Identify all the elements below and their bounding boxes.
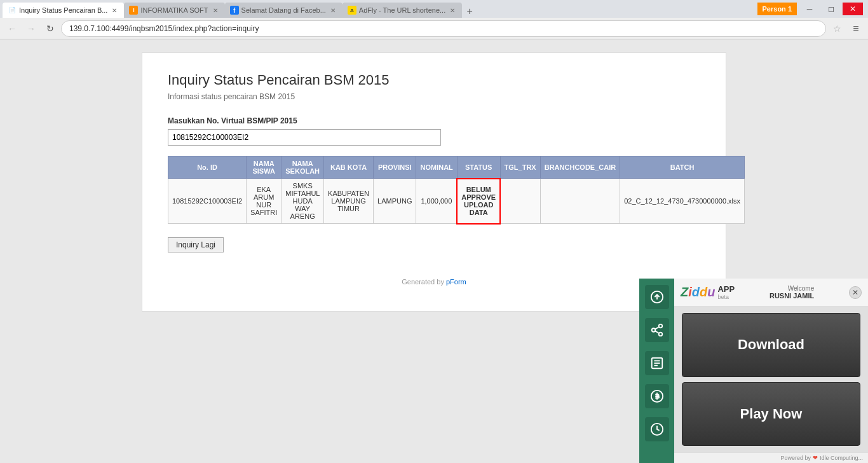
tab-2[interactable]: I INFORMATIKA SOFT ✕: [124, 3, 224, 18]
table-header-row: No. ID NAMA SISWA NAMA SEKOLAH KAB KOTA …: [168, 156, 745, 179]
tab-label-1: Inquiry Status Pencairan B...: [19, 6, 107, 14]
inquiry-lagi-button[interactable]: Inquiry Lagi: [168, 237, 224, 252]
col-nama-siswa: NAMA SISWA: [247, 156, 281, 179]
cell-batch: 02_C_12_12_4730_4730000000.xlsx: [620, 179, 745, 224]
cell-provinsi: LAMPUNG: [374, 179, 416, 224]
col-batch: BATCH: [620, 156, 745, 179]
col-branchcode: BRANCHCODE_CAIR: [540, 156, 620, 179]
svg-point-4: [658, 333, 662, 336]
virtual-bsm-input[interactable]: [168, 129, 441, 146]
ziddu-main-panel: Ziddu APP beta Welcome RUSNI JAMIL ✕: [674, 279, 868, 463]
cell-nominal: 1,000,000: [416, 179, 457, 224]
page-content: Inquiry Status Pencairan BSM 2015 Inform…: [0, 39, 868, 463]
ziddu-welcome-label: Welcome: [770, 285, 814, 292]
col-status: STATUS: [457, 156, 500, 179]
navigation-bar: ← → ↻ 139.0.7.100:4499/inqbsm2015/index.…: [0, 18, 868, 39]
address-bar[interactable]: 139.0.7.100:4499/inqbsm2015/index.php?ac…: [61, 20, 826, 37]
page-title: Inquiry Status Pencairan BSM 2015: [168, 72, 700, 88]
content-card: Inquiry Status Pencairan BSM 2015 Inform…: [142, 52, 726, 312]
data-table: No. ID NAMA SISWA NAMA SEKOLAH KAB KOTA …: [168, 156, 745, 225]
ziddu-username: RUSNI JAMIL: [770, 292, 814, 300]
download-button[interactable]: Download: [682, 313, 860, 377]
window-controls: ─ ◻ ✕: [799, 3, 865, 15]
close-button[interactable]: ✕: [843, 3, 863, 15]
cell-id: 10815292C100003EI2: [168, 179, 247, 224]
minimize-button[interactable]: ─: [799, 3, 820, 15]
ziddu-app-info: APP beta: [717, 284, 735, 300]
tab-close-3[interactable]: ✕: [329, 6, 337, 15]
cell-kab-kota: KABUPATEN LAMPUNG TIMUR: [324, 179, 374, 224]
back-button[interactable]: ←: [4, 20, 20, 37]
cell-branchcode: [540, 179, 620, 224]
col-provinsi: PROVINSI: [374, 156, 416, 179]
col-id: No. ID: [168, 156, 247, 179]
ziddu-share-icon[interactable]: [645, 318, 669, 342]
tab-3[interactable]: f Selamat Datang di Faceb... ✕: [225, 3, 342, 18]
tab-favicon-1: 📄: [8, 6, 17, 15]
tabs-area: 📄 Inquiry Status Pencairan B... ✕ I INFO…: [3, 0, 757, 18]
new-tab-button[interactable]: +: [462, 5, 477, 18]
form-label: Masukkan No. Virtual BSM/PIP 2015: [168, 116, 700, 125]
forward-button[interactable]: →: [23, 20, 39, 37]
generated-text: Generated by pForm: [168, 278, 700, 286]
ziddu-docs-icon[interactable]: [645, 351, 669, 375]
tab-favicon-3: f: [230, 6, 239, 15]
idle-label: Idle Computing...: [820, 455, 863, 461]
tab-label-3: Selamat Datang di Faceb...: [241, 6, 326, 14]
ziddu-upload-icon[interactable]: [645, 285, 669, 309]
play-now-button[interactable]: Play Now: [682, 382, 860, 446]
refresh-button[interactable]: ↻: [42, 20, 58, 37]
ziddu-app-label: APP: [717, 284, 735, 294]
address-text: 139.0.7.100:4499/inqbsm2015/index.php?ac…: [69, 24, 818, 33]
ziddu-history-icon[interactable]: [645, 417, 669, 441]
cell-status: BELUM APPROVE UPLOAD DATA: [457, 179, 500, 224]
ziddu-beta-label: beta: [717, 294, 735, 300]
tab-4[interactable]: A AdFly - The URL shortene... ✕: [342, 3, 462, 18]
ziddu-buttons-area: Download Play Now: [674, 307, 868, 452]
powered-label: Powered by: [780, 455, 811, 461]
powered-by: Powered by ❤ Idle Computing...: [674, 452, 868, 463]
svg-line-6: [654, 327, 658, 329]
user-badge: Person 1: [757, 3, 797, 15]
tab-close-4[interactable]: ✕: [448, 6, 457, 15]
ziddu-logo: Ziddu: [681, 285, 715, 300]
tab-favicon-2: I: [129, 6, 138, 15]
cell-tgl-trx: [500, 179, 540, 224]
title-bar: 📄 Inquiry Status Pencairan B... ✕ I INFO…: [0, 0, 868, 18]
ziddu-logo-area: Ziddu APP beta: [681, 284, 735, 300]
cell-nama-sekolah: SMKS MIFTAHUL HUDA WAY ARENG: [281, 179, 324, 224]
col-tgl-trx: TGL_TRX: [500, 156, 540, 179]
tab-close-2[interactable]: ✕: [211, 6, 220, 15]
menu-button[interactable]: ≡: [848, 20, 864, 37]
ziddu-header: Ziddu APP beta Welcome RUSNI JAMIL ✕: [674, 279, 868, 307]
ziddu-welcome-area: Welcome RUSNI JAMIL: [770, 285, 814, 300]
tab-favicon-4: A: [348, 6, 356, 15]
idle-logo: ❤: [813, 455, 818, 461]
tab-label-4: AdFly - The URL shortene...: [359, 6, 445, 14]
page-subtitle: Informasi status pencairan BSM 2015: [168, 92, 700, 101]
restore-button[interactable]: ◻: [821, 3, 841, 15]
ziddu-sidebar: [639, 279, 674, 463]
col-nominal: NOMINAL: [416, 156, 457, 179]
ziddu-overlay: Ziddu APP beta Welcome RUSNI JAMIL ✕: [639, 279, 868, 463]
browser-window: 📄 Inquiry Status Pencairan B... ✕ I INFO…: [0, 0, 868, 463]
ziddu-close-button[interactable]: ✕: [849, 286, 862, 299]
tab-close-1[interactable]: ✕: [110, 6, 119, 15]
col-kab-kota: KAB KOTA: [324, 156, 374, 179]
cell-nama-siswa: EKA ARUM NUR SAFITRI: [247, 179, 281, 224]
ziddu-coin-icon[interactable]: [645, 384, 669, 408]
tab-label-2: INFORMATIKA SOFT: [140, 6, 208, 14]
pform-link[interactable]: pForm: [446, 278, 466, 286]
svg-point-3: [651, 328, 655, 332]
svg-line-5: [654, 331, 658, 333]
col-nama-sekolah: NAMA SEKOLAH: [281, 156, 324, 179]
svg-point-2: [658, 324, 662, 328]
bookmark-button[interactable]: ☆: [829, 20, 845, 37]
table-row: 10815292C100003EI2 EKA ARUM NUR SAFITRI …: [168, 179, 745, 224]
generated-label: Generated by: [402, 278, 444, 286]
tab-active[interactable]: 📄 Inquiry Status Pencairan B... ✕: [3, 3, 124, 18]
